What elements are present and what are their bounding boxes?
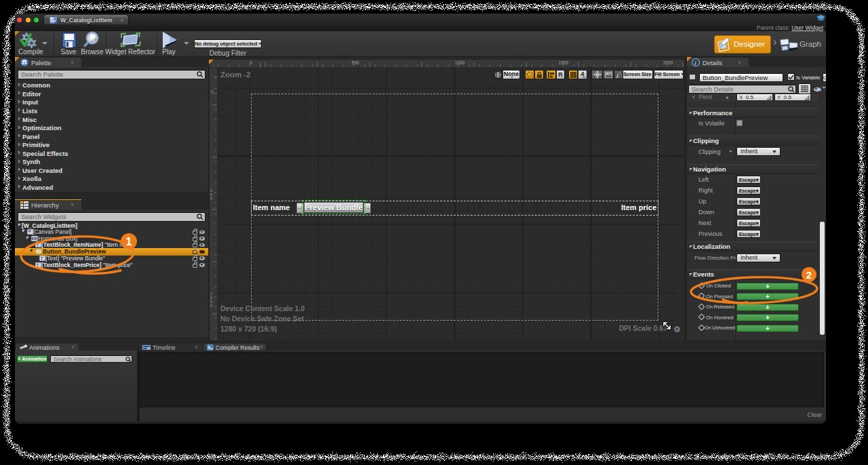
svg-text:T: T [37, 243, 40, 247]
svg-text:i: i [694, 60, 696, 66]
svg-text:T: T [37, 262, 40, 267]
svg-text:T: T [41, 256, 44, 260]
